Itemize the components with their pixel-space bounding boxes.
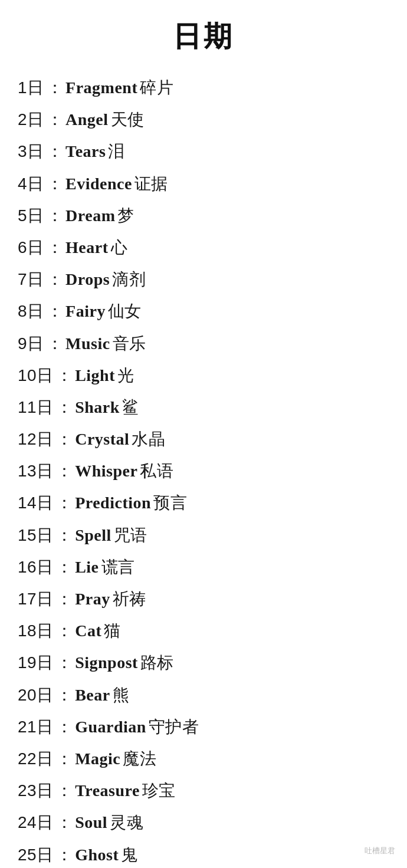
day-number: 8日 bbox=[18, 302, 44, 320]
list-item: 16日：Lie谎言 bbox=[18, 551, 395, 583]
chinese-translation: 滴剂 bbox=[112, 270, 146, 288]
list-item: 24日：Soul灵魂 bbox=[18, 807, 395, 839]
day-number: 14日 bbox=[18, 494, 54, 512]
colon: ： bbox=[56, 813, 73, 831]
list-item: 13日：Whisper私语 bbox=[18, 455, 395, 487]
colon: ： bbox=[56, 749, 73, 768]
chinese-translation: 私语 bbox=[140, 462, 173, 480]
day-number: 20日 bbox=[18, 686, 54, 704]
chinese-translation: 水晶 bbox=[132, 430, 165, 448]
chinese-translation: 珍宝 bbox=[142, 781, 176, 800]
colon: ： bbox=[47, 270, 64, 288]
english-word: Magic bbox=[75, 749, 120, 768]
list-item: 2日：Angel天使 bbox=[18, 104, 395, 136]
english-word: Music bbox=[65, 334, 110, 353]
day-number: 18日 bbox=[18, 622, 54, 640]
list-item: 14日：Prediction预言 bbox=[18, 487, 395, 519]
colon: ： bbox=[56, 494, 73, 512]
chinese-translation: 鬼 bbox=[121, 846, 138, 864]
list-item: 25日：Ghost鬼 bbox=[18, 839, 395, 869]
colon: ： bbox=[47, 334, 64, 353]
chinese-translation: 魔法 bbox=[123, 749, 156, 768]
chinese-translation: 碎片 bbox=[140, 78, 173, 97]
date-list: 1日：Fragment碎片2日：Angel天使3日：Tears泪4日：Evide… bbox=[12, 72, 395, 868]
english-word: Fairy bbox=[65, 302, 106, 320]
list-item: 20日：Bear熊 bbox=[18, 679, 395, 711]
chinese-translation: 祈祷 bbox=[113, 590, 146, 608]
list-item: 1日：Fragment碎片 bbox=[18, 72, 395, 104]
english-word: Spell bbox=[75, 526, 111, 544]
chinese-translation: 熊 bbox=[113, 686, 130, 704]
chinese-translation: 猫 bbox=[104, 622, 121, 640]
colon: ： bbox=[56, 686, 73, 704]
day-number: 25日 bbox=[18, 846, 54, 864]
chinese-translation: 光 bbox=[117, 366, 134, 384]
chinese-translation: 谎言 bbox=[101, 558, 135, 576]
chinese-translation: 心 bbox=[111, 238, 128, 257]
colon: ： bbox=[47, 142, 64, 160]
colon: ： bbox=[56, 366, 73, 384]
day-number: 6日 bbox=[18, 238, 44, 257]
list-item: 6日：Heart心 bbox=[18, 232, 395, 264]
colon: ： bbox=[56, 430, 73, 448]
english-word: Drops bbox=[65, 270, 110, 288]
chinese-translation: 泪 bbox=[108, 142, 125, 160]
watermark: 吐槽星君 bbox=[365, 846, 395, 856]
list-item: 15日：Spell咒语 bbox=[18, 520, 395, 551]
colon: ： bbox=[47, 206, 64, 225]
colon: ： bbox=[47, 78, 64, 97]
list-item: 7日：Drops滴剂 bbox=[18, 264, 395, 295]
english-word: Ghost bbox=[75, 846, 119, 864]
english-word: Bear bbox=[75, 686, 110, 704]
colon: ： bbox=[56, 526, 73, 544]
list-item: 23日：Treasure珍宝 bbox=[18, 775, 395, 807]
day-number: 10日 bbox=[18, 366, 54, 384]
chinese-translation: 鲨 bbox=[122, 398, 139, 416]
list-item: 9日：Music音乐 bbox=[18, 328, 395, 360]
english-word: Dream bbox=[65, 206, 115, 225]
chinese-translation: 守护者 bbox=[149, 718, 199, 736]
list-item: 17日：Pray祈祷 bbox=[18, 583, 395, 615]
colon: ： bbox=[47, 302, 64, 320]
colon: ： bbox=[56, 622, 73, 640]
colon: ： bbox=[56, 558, 73, 576]
list-item: 12日：Crystal水晶 bbox=[18, 423, 395, 455]
list-item: 22日：Magic魔法 bbox=[18, 743, 395, 775]
day-number: 3日 bbox=[18, 142, 44, 160]
day-number: 13日 bbox=[18, 462, 54, 480]
chinese-translation: 预言 bbox=[153, 494, 187, 512]
chinese-translation: 证据 bbox=[134, 175, 168, 193]
english-word: Angel bbox=[65, 110, 109, 129]
colon: ： bbox=[56, 781, 73, 800]
english-word: Crystal bbox=[75, 430, 129, 448]
day-number: 5日 bbox=[18, 206, 44, 225]
day-number: 22日 bbox=[18, 749, 54, 768]
list-item: 19日：Signpost路标 bbox=[18, 647, 395, 679]
list-item: 5日：Dream梦 bbox=[18, 200, 395, 232]
day-number: 24日 bbox=[18, 813, 54, 831]
english-word: Whisper bbox=[75, 462, 137, 480]
colon: ： bbox=[56, 590, 73, 608]
colon: ： bbox=[56, 462, 73, 480]
english-word: Shark bbox=[75, 398, 120, 416]
page-title: 日期 bbox=[12, 18, 395, 55]
colon: ： bbox=[56, 846, 73, 864]
chinese-translation: 路标 bbox=[140, 653, 174, 672]
colon: ： bbox=[47, 175, 64, 193]
day-number: 9日 bbox=[18, 334, 44, 353]
day-number: 2日 bbox=[18, 110, 44, 129]
day-number: 15日 bbox=[18, 526, 54, 544]
day-number: 16日 bbox=[18, 558, 54, 576]
chinese-translation: 仙女 bbox=[108, 302, 142, 320]
day-number: 4日 bbox=[18, 175, 44, 193]
list-item: 3日：Tears泪 bbox=[18, 136, 395, 167]
english-word: Evidence bbox=[65, 175, 132, 193]
day-number: 21日 bbox=[18, 718, 54, 736]
english-word: Tears bbox=[65, 142, 106, 160]
day-number: 17日 bbox=[18, 590, 54, 608]
english-word: Lie bbox=[75, 558, 99, 576]
day-number: 1日 bbox=[18, 78, 44, 97]
chinese-translation: 音乐 bbox=[113, 334, 146, 353]
colon: ： bbox=[47, 110, 64, 129]
english-word: Signpost bbox=[75, 653, 138, 672]
